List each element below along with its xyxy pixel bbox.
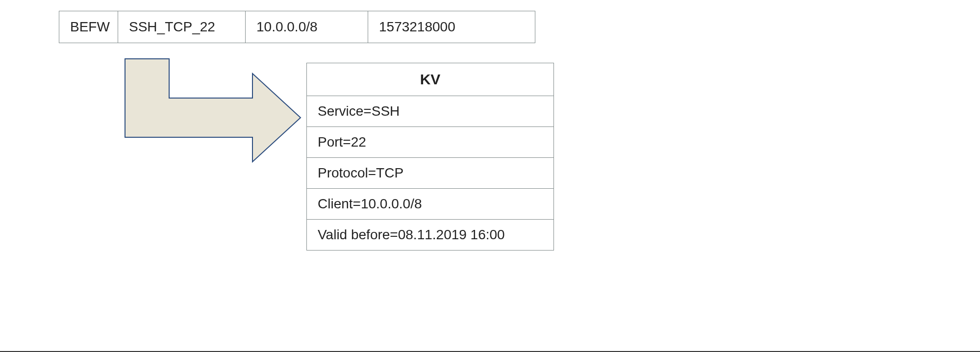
source-cell-timestamp: 1573218000 — [368, 11, 535, 43]
arrow-icon — [110, 54, 302, 181]
source-cell-client: 10.0.0.0/8 — [246, 11, 368, 43]
source-cell-prefix: BEFW — [59, 11, 118, 43]
kv-row-valid-before: Valid before=08.11.2019 16:00 — [307, 220, 553, 250]
source-row: BEFW SSH_TCP_22 10.0.0.0/8 1573218000 — [59, 11, 535, 43]
arrow-path — [125, 59, 301, 162]
kv-row-client: Client=10.0.0.0/8 — [307, 189, 553, 220]
kv-title: KV — [307, 63, 553, 96]
kv-row-protocol: Protocol=TCP — [307, 158, 553, 189]
kv-row-service: Service=SSH — [307, 96, 553, 127]
kv-row-port: Port=22 — [307, 127, 553, 158]
diagram-container: BEFW SSH_TCP_22 10.0.0.0/8 1573218000 KV… — [0, 0, 980, 352]
source-cell-service: SSH_TCP_22 — [118, 11, 246, 43]
kv-table: KV Service=SSH Port=22 Protocol=TCP Clie… — [306, 63, 554, 251]
